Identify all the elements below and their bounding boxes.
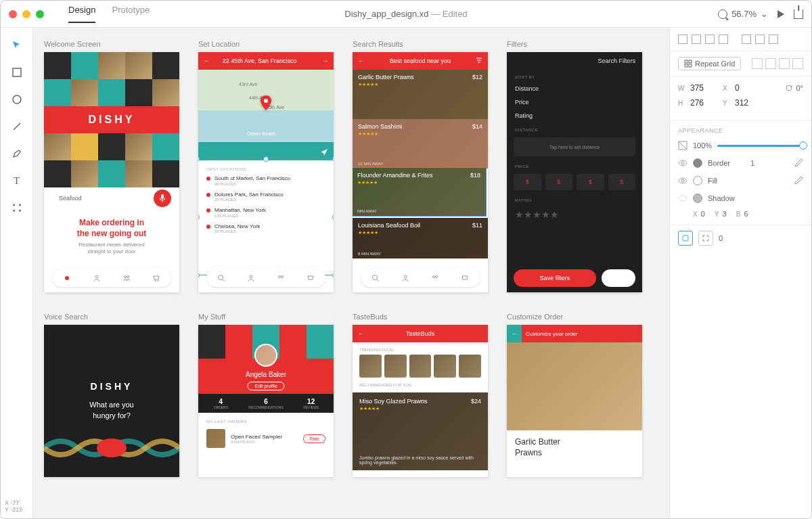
locate-me-icon[interactable] bbox=[320, 148, 328, 156]
list-item[interactable]: Dolores Park, San Francisco24 PLACES bbox=[206, 191, 325, 202]
align-top-icon[interactable] bbox=[742, 35, 751, 44]
fill-swatch[interactable] bbox=[693, 176, 702, 185]
artboard-label[interactable]: Filters bbox=[507, 40, 642, 48]
visibility-icon[interactable] bbox=[678, 176, 687, 185]
home-icon[interactable] bbox=[63, 274, 71, 282]
rating-stars[interactable]: ★★★★★ bbox=[507, 205, 642, 224]
align-left-icon[interactable] bbox=[678, 35, 687, 44]
user-icon[interactable] bbox=[93, 274, 101, 282]
friends-icon[interactable] bbox=[122, 274, 131, 282]
distance-input[interactable]: Tap here to set distance bbox=[514, 137, 635, 156]
sort-option[interactable]: Rating bbox=[507, 109, 642, 122]
shadow-blur-field[interactable]: 6 bbox=[744, 210, 748, 218]
artboard-tastebuds[interactable]: ←TasteBuds TRENDING FOOD RECOMMENDED FOR… bbox=[353, 325, 488, 477]
artboard-label[interactable]: Search Results bbox=[353, 40, 488, 48]
x-field[interactable]: 0 bbox=[735, 83, 762, 93]
pathfinder-union-icon[interactable] bbox=[752, 58, 763, 69]
eyedropper-icon[interactable] bbox=[794, 158, 803, 168]
artboard-mystuff[interactable]: Angela Baker Edit profile 4ORDERS 6RECOM… bbox=[198, 325, 334, 477]
close-button[interactable] bbox=[9, 10, 17, 18]
dish-card[interactable]: Louisiana Seafood Boil$11★★★★★8 MIN AWAY bbox=[353, 218, 488, 258]
trending-row[interactable] bbox=[353, 355, 488, 378]
y-field[interactable]: 312 bbox=[735, 98, 762, 108]
align-middle-icon[interactable] bbox=[755, 35, 765, 44]
tab-prototype[interactable]: Prototype bbox=[112, 5, 150, 23]
align-center-icon[interactable] bbox=[692, 35, 701, 44]
eyedropper-icon[interactable] bbox=[794, 176, 803, 185]
canvas[interactable]: Welcome Screen DISHY Seafood› Make order… bbox=[33, 28, 669, 518]
search-icon[interactable] bbox=[217, 274, 225, 282]
artboard-label[interactable]: Welcome Screen bbox=[44, 40, 179, 48]
shadow-x-field[interactable]: 0 bbox=[701, 210, 705, 218]
align-bottom-icon[interactable] bbox=[769, 35, 778, 44]
width-field[interactable]: 375 bbox=[690, 83, 717, 93]
order-item[interactable]: Open Faced Sampler3 DAYS AGO Rate bbox=[206, 429, 325, 448]
filter-icon[interactable] bbox=[476, 57, 482, 65]
pathfinder-subtract-icon[interactable] bbox=[765, 58, 776, 69]
corner-all-icon[interactable] bbox=[678, 231, 693, 246]
edit-profile-button[interactable]: Edit profile bbox=[247, 382, 284, 390]
location-list[interactable]: CENT LOCATIONS South of Market, San Fran… bbox=[198, 160, 334, 274]
rate-button[interactable]: Rate bbox=[303, 434, 325, 443]
cart-icon[interactable] bbox=[152, 274, 160, 282]
repeat-grid-button[interactable]: Repeat Grid bbox=[678, 57, 741, 70]
friends-icon[interactable] bbox=[431, 274, 439, 282]
cart-icon[interactable] bbox=[461, 274, 469, 282]
border-swatch[interactable] bbox=[693, 158, 702, 168]
line-tool[interactable] bbox=[10, 120, 24, 133]
preview-button[interactable] bbox=[777, 10, 784, 18]
zoom-button[interactable] bbox=[36, 10, 44, 18]
sort-option[interactable]: Distance bbox=[507, 82, 642, 95]
price-segment[interactable]: $ bbox=[514, 174, 541, 190]
tab-design[interactable]: Design bbox=[68, 5, 95, 23]
artboard-customize[interactable]: ←Customize your order Garlic Butter Praw… bbox=[507, 325, 642, 477]
artboard-voice[interactable]: DISHY What are you hungry for? bbox=[44, 325, 179, 477]
visibility-icon[interactable] bbox=[678, 158, 687, 168]
price-segment[interactable]: $ bbox=[608, 174, 636, 190]
artboard-label[interactable]: Customize Order bbox=[507, 313, 642, 321]
artboard-filters[interactable]: Search Filters SORT BY Distance Price Ra… bbox=[507, 52, 642, 292]
dish-card[interactable]: Salmon Sashimi$14★★★★★11 MIN AWAY bbox=[353, 119, 488, 168]
back-icon[interactable]: ← bbox=[358, 330, 364, 337]
pen-tool[interactable] bbox=[10, 147, 24, 160]
avatar[interactable] bbox=[254, 344, 277, 367]
back-icon[interactable]: ← bbox=[507, 325, 522, 342]
cancel-button[interactable] bbox=[602, 269, 635, 287]
share-button[interactable] bbox=[794, 9, 803, 19]
user-icon[interactable] bbox=[401, 274, 409, 282]
artboard-location[interactable]: ← 22 45th Ave, San Francisco → 43rd Ave … bbox=[198, 52, 334, 292]
dish-card[interactable]: Flounder Amandine & Frites$18★★★★★MIN AW… bbox=[353, 167, 487, 217]
cart-icon[interactable] bbox=[307, 274, 315, 282]
search-icon[interactable] bbox=[371, 274, 380, 282]
shadow-swatch[interactable] bbox=[693, 194, 702, 203]
rectangle-tool[interactable] bbox=[10, 66, 24, 79]
sort-option[interactable]: Price bbox=[507, 95, 642, 109]
shadow-y-field[interactable]: 3 bbox=[723, 210, 727, 218]
zoom-control[interactable]: 56.7% ⌄ bbox=[718, 9, 768, 19]
align-right-icon[interactable] bbox=[705, 35, 715, 44]
height-field[interactable]: 276 bbox=[690, 98, 717, 108]
corner-individual-icon[interactable] bbox=[698, 231, 713, 246]
list-item[interactable]: South of Market, San Francisco46 PLACES bbox=[206, 175, 325, 186]
back-icon[interactable]: ← bbox=[358, 58, 364, 64]
opacity-field[interactable]: 100% bbox=[693, 141, 712, 150]
pathfinder-intersect-icon[interactable] bbox=[779, 58, 790, 69]
dish-card[interactable]: Garlic Butter Prawns$12★★★★★ bbox=[353, 70, 488, 119]
minimize-button[interactable] bbox=[22, 10, 30, 18]
map-view[interactable]: 43rd Ave 44th Ave 45th Ave Ocean Beach bbox=[198, 70, 334, 160]
visibility-icon[interactable] bbox=[678, 194, 687, 203]
mic-button[interactable] bbox=[154, 189, 171, 207]
recommended-card[interactable]: Miso Soy Glazed Prawns $24 ★★★★★ Jumbo p… bbox=[353, 392, 488, 470]
price-segment[interactable]: $ bbox=[577, 174, 604, 190]
align-justify-icon[interactable] bbox=[719, 35, 728, 44]
price-segment[interactable]: $ bbox=[545, 174, 573, 190]
rotation-field[interactable]: 0° bbox=[785, 84, 803, 92]
user-icon[interactable] bbox=[247, 274, 255, 282]
artboard-welcome[interactable]: DISHY Seafood› Make ordering in the new … bbox=[44, 52, 179, 292]
list-item[interactable]: Manhattan, New York133 PLACES bbox=[206, 207, 325, 218]
text-tool[interactable]: T bbox=[10, 174, 24, 187]
back-icon[interactable]: ← bbox=[204, 58, 210, 64]
artboard-label[interactable]: Set Location bbox=[198, 40, 334, 48]
friends-icon[interactable] bbox=[277, 274, 285, 282]
ellipse-tool[interactable] bbox=[10, 93, 24, 106]
